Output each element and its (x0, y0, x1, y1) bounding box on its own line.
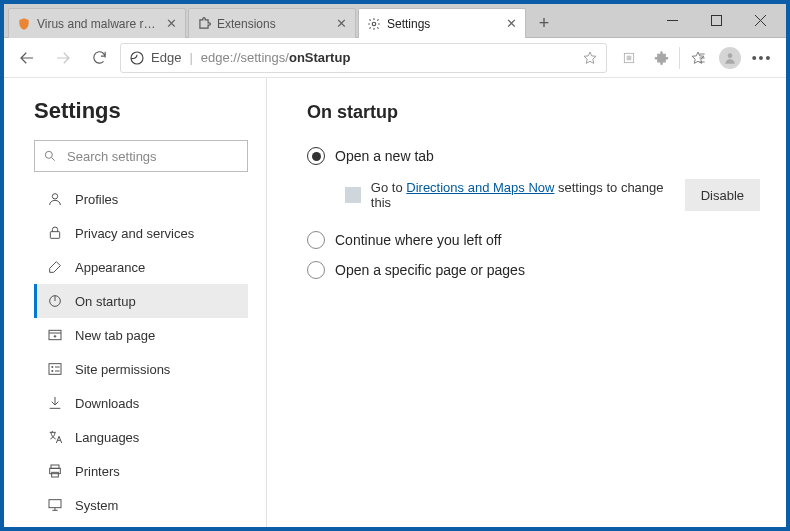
settings-sidebar: Settings ProfilesPrivacy and servicesApp… (4, 78, 266, 527)
sidebar-item-label: Languages (75, 430, 139, 445)
sidebar-item-on-startup[interactable]: On startup (34, 284, 248, 318)
sidebar-item-new-tab-page[interactable]: New tab page (34, 318, 248, 352)
option-label: Open a specific page or pages (335, 262, 525, 278)
option-label: Continue where you left off (335, 232, 501, 248)
profile-avatar[interactable] (714, 42, 746, 74)
extension-favicon-icon (345, 187, 361, 203)
extension-notice-text: Go to Directions and Maps Now settings t… (371, 180, 685, 210)
permissions-icon (47, 361, 63, 377)
languages-icon (47, 429, 63, 445)
sidebar-item-system[interactable]: System (34, 488, 248, 522)
startup-option-0[interactable]: Open a new tab (307, 141, 760, 171)
svg-point-6 (728, 53, 733, 58)
close-icon[interactable]: ✕ (505, 18, 517, 30)
svg-rect-12 (49, 364, 61, 375)
startup-option-2[interactable]: Open a specific page or pages (307, 255, 760, 285)
svg-rect-2 (711, 16, 721, 26)
settings-heading: Settings (34, 98, 248, 124)
omnibox[interactable]: Edge | edge://settings/onStartup (120, 43, 607, 73)
radio-icon[interactable] (307, 147, 325, 165)
sidebar-item-site-permissions[interactable]: Site permissions (34, 352, 248, 386)
startup-option-1[interactable]: Continue where you left off (307, 225, 760, 255)
person-icon (47, 191, 63, 207)
sidebar-item-printers[interactable]: Printers (34, 454, 248, 488)
sidebar-item-downloads[interactable]: Downloads (34, 386, 248, 420)
svg-rect-1 (667, 20, 678, 21)
search-icon (43, 148, 59, 164)
svg-point-14 (51, 370, 53, 372)
option-label: Open a new tab (335, 148, 434, 164)
svg-point-7 (45, 151, 52, 158)
maximize-button[interactable] (694, 6, 738, 36)
system-icon (47, 497, 63, 513)
extension-settings-link[interactable]: Directions and Maps Now (406, 180, 554, 195)
sidebar-item-label: Privacy and services (75, 226, 194, 241)
sidebar-item-label: New tab page (75, 328, 155, 343)
tab-2[interactable]: Settings ✕ (358, 8, 526, 38)
close-icon[interactable]: ✕ (335, 18, 347, 30)
sidebar-item-privacy-and-services[interactable]: Privacy and services (34, 216, 248, 250)
close-window-button[interactable] (738, 6, 782, 36)
radio-icon[interactable] (307, 261, 325, 279)
tab-0[interactable]: Virus and malware removal instr ✕ (8, 8, 186, 38)
sidebar-item-label: Profiles (75, 192, 118, 207)
settings-nav: ProfilesPrivacy and servicesAppearanceOn… (34, 182, 248, 531)
toolbar-right: ••• (613, 42, 778, 74)
newtab-icon (47, 327, 63, 343)
site-identity-label: Edge (151, 50, 181, 65)
svg-point-13 (51, 366, 53, 368)
svg-point-8 (52, 194, 57, 199)
extension-puzzle-icon[interactable] (645, 42, 677, 74)
gear-icon (367, 17, 381, 31)
url-text: edge://settings/onStartup (201, 50, 351, 65)
favorites-list-icon[interactable] (682, 42, 714, 74)
page-title: On startup (307, 102, 760, 123)
separator: | (189, 50, 192, 65)
sidebar-item-reset-settings[interactable]: Reset settings (34, 522, 248, 531)
svg-rect-5 (627, 55, 632, 60)
download-icon (47, 395, 63, 411)
radio-icon[interactable] (307, 231, 325, 249)
power-icon (47, 293, 63, 309)
printer-icon (47, 463, 63, 479)
toolbar-divider (679, 47, 680, 69)
lock-icon (47, 225, 63, 241)
sidebar-item-label: System (75, 498, 118, 513)
search-settings[interactable] (34, 140, 248, 172)
refresh-button[interactable] (84, 43, 114, 73)
svg-point-0 (372, 22, 376, 26)
tab-1[interactable]: Extensions ✕ (188, 8, 356, 38)
tab-label: Extensions (217, 17, 329, 31)
minimize-button[interactable] (650, 6, 694, 36)
sidebar-item-label: On startup (75, 294, 136, 309)
paint-icon (47, 259, 63, 275)
extension-override-row: Go to Directions and Maps Now settings t… (345, 179, 760, 211)
sidebar-item-label: Printers (75, 464, 120, 479)
search-input[interactable] (67, 149, 239, 164)
site-identity: Edge (129, 50, 181, 66)
address-bar: Edge | edge://settings/onStartup ••• (4, 38, 786, 78)
favorite-star-icon[interactable] (582, 50, 598, 66)
disable-button[interactable]: Disable (685, 179, 760, 211)
new-tab-button[interactable]: + (530, 9, 558, 37)
settings-main: On startup Open a new tab Go to Directio… (267, 78, 786, 527)
window-controls (646, 4, 786, 37)
close-icon[interactable]: ✕ (165, 18, 177, 30)
sidebar-item-label: Appearance (75, 260, 145, 275)
puzzle-icon (197, 17, 211, 31)
sidebar-item-label: Site permissions (75, 362, 170, 377)
sidebar-item-profiles[interactable]: Profiles (34, 182, 248, 216)
tab-label: Settings (387, 17, 499, 31)
more-menu-icon[interactable]: ••• (746, 42, 778, 74)
svg-rect-18 (49, 500, 61, 508)
forward-button[interactable] (48, 43, 78, 73)
titlebar: Virus and malware removal instr ✕ Extens… (4, 4, 786, 38)
back-button[interactable] (12, 43, 42, 73)
extension-indicator-icon[interactable] (613, 42, 645, 74)
svg-rect-17 (52, 472, 59, 477)
sidebar-item-appearance[interactable]: Appearance (34, 250, 248, 284)
edge-icon (129, 50, 145, 66)
sidebar-item-languages[interactable]: Languages (34, 420, 248, 454)
shield-icon (17, 17, 31, 31)
svg-rect-9 (50, 232, 59, 239)
